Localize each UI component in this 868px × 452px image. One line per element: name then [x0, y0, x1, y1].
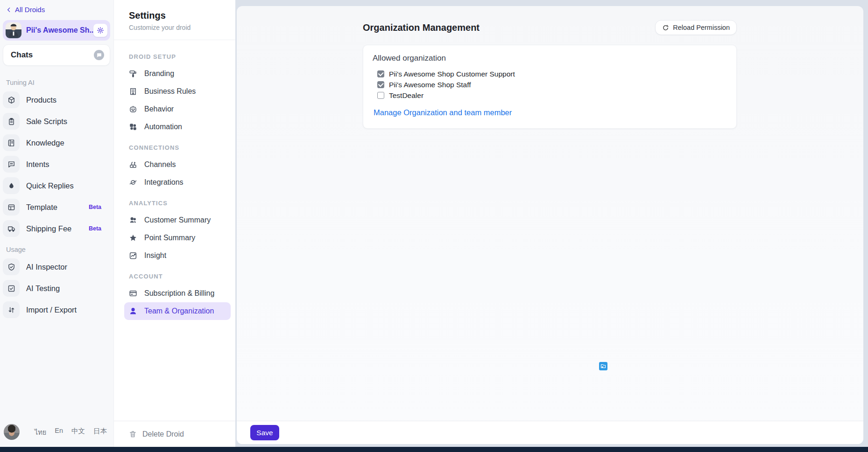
- settings-item-label: Customer Summary: [144, 216, 211, 224]
- sidebar-item-ai-testing[interactable]: AI Testing: [0, 278, 113, 299]
- chevron-left-icon: [6, 7, 12, 13]
- drop-icon: [3, 177, 20, 194]
- language-switcher: ไทยEn中文日本: [20, 427, 107, 438]
- sidebar-item-label: Intents: [26, 160, 108, 169]
- app-window: All Droids Pii's Awesome Sh... Chats Tun…: [0, 0, 868, 447]
- settings-item-channels[interactable]: Channels: [124, 156, 231, 174]
- main-body: Organization Management Reload Permissio…: [237, 6, 863, 421]
- book-icon: [3, 134, 20, 151]
- settings-item-label: Integrations: [144, 178, 183, 187]
- sidebar-item-import-export[interactable]: Import / Export: [0, 299, 113, 320]
- save-button[interactable]: Save: [250, 425, 279, 440]
- settings-subtitle: Customize your droid: [129, 24, 226, 31]
- sidebar-item-label: Knowledge: [26, 139, 108, 147]
- settings-item-label: Team & Organization: [144, 307, 214, 315]
- settings-item-business-rules[interactable]: Business Rules: [124, 83, 231, 100]
- checkbox-checked[interactable]: [377, 70, 384, 77]
- settings-item-team-organization[interactable]: Team & Organization: [124, 302, 231, 320]
- sidebar-item-intents[interactable]: Intents: [0, 153, 113, 175]
- page-title: Organization Management: [363, 22, 480, 33]
- sidebar-item-ai-inspector[interactable]: AI Inspector: [0, 256, 113, 278]
- settings-title: Settings: [129, 10, 226, 21]
- sidebar-item-sale-scripts[interactable]: Sale Scripts: [0, 111, 113, 132]
- shield-check-icon: [3, 258, 20, 275]
- clipboard-icon: [3, 113, 20, 130]
- manage-organization-link[interactable]: Manage Organization and team member: [374, 108, 512, 117]
- droid-name: Pii's Awesome Sh...: [26, 26, 93, 35]
- sidebar-item-template[interactable]: TemplateBeta: [0, 196, 113, 218]
- all-droids-label: All Droids: [15, 6, 45, 14]
- settings-item-label: Channels: [144, 160, 176, 169]
- all-droids-back-link[interactable]: All Droids: [6, 6, 109, 14]
- language-option[interactable]: En: [55, 427, 63, 438]
- sidebar-item-label: Template: [26, 203, 89, 212]
- settings-item-branding[interactable]: Branding: [124, 65, 231, 83]
- sidebar-item-quick-replies[interactable]: Quick Replies: [0, 175, 113, 196]
- organization-checkbox-label: TestDealer: [389, 91, 423, 100]
- sidebar-footer: ไทยEn中文日本: [0, 421, 113, 447]
- settings-item-automation[interactable]: Automation: [124, 118, 231, 136]
- swap-arrows-icon: [3, 301, 20, 318]
- robot-face-icon: [129, 105, 137, 113]
- sidebar-section-label: Usage: [6, 246, 113, 253]
- main-panel: Organization Management Reload Permissio…: [237, 6, 863, 444]
- settings-panel: Settings Customize your droid DROID SETU…: [113, 0, 235, 447]
- settings-group-label: ANALYTICS: [129, 200, 231, 207]
- settings-item-insight[interactable]: Insight: [124, 247, 231, 264]
- planet-icon: [129, 178, 137, 187]
- settings-item-integrations[interactable]: Integrations: [124, 174, 231, 191]
- settings-item-behavior[interactable]: Behavior: [124, 100, 231, 118]
- checkbox-checked[interactable]: [377, 81, 384, 88]
- language-option[interactable]: 中文: [71, 427, 85, 438]
- settings-header: Settings Customize your droid: [114, 0, 235, 38]
- language-option[interactable]: 日本: [93, 427, 107, 438]
- organization-checkbox-row[interactable]: TestDealer: [377, 91, 727, 100]
- divider: [114, 40, 235, 40]
- user-avatar[interactable]: [4, 424, 20, 440]
- paint-roller-icon: [129, 70, 137, 78]
- settings-item-label: Branding: [144, 70, 174, 78]
- settings-item-subscription-billing[interactable]: Subscription & Billing: [124, 285, 231, 302]
- chat-dot-icon: [3, 156, 20, 173]
- antenna-icon: [129, 160, 137, 169]
- cube-icon: [3, 91, 20, 108]
- sidebar-section-label: Tuning AI: [6, 79, 113, 86]
- sidebar-item-shipping-fee[interactable]: Shipping FeeBeta: [0, 218, 113, 239]
- template-icon: [3, 199, 20, 216]
- credit-card-icon: [129, 289, 137, 298]
- sidebar-item-label: Sale Scripts: [26, 117, 108, 126]
- sidebar-item-products[interactable]: Products: [0, 89, 113, 111]
- settings-item-label: Insight: [144, 251, 166, 260]
- trash-icon: [129, 430, 137, 438]
- sidebar-item-label: Shipping Fee: [26, 224, 89, 233]
- left-sidebar: All Droids Pii's Awesome Sh... Chats Tun…: [0, 0, 113, 447]
- organization-checkbox-list: Pii's Awesome Shop Customer SupportPii's…: [377, 70, 727, 100]
- settings-item-label: Subscription & Billing: [144, 289, 214, 298]
- organization-checkbox-label: Pii's Awesome Shop Customer Support: [389, 70, 515, 78]
- delete-droid-button[interactable]: Delete Droid: [114, 421, 235, 447]
- sidebar-nav: Tuning AIProductsSale ScriptsKnowledgeIn…: [0, 66, 113, 421]
- sidebar-item-knowledge[interactable]: Knowledge: [0, 132, 113, 153]
- current-droid-item[interactable]: Pii's Awesome Sh...: [3, 20, 110, 41]
- droid-settings-button[interactable]: [93, 24, 107, 37]
- settings-item-point-summary[interactable]: Point Summary: [124, 229, 231, 247]
- broken-image-icon[interactable]: [599, 362, 607, 370]
- settings-item-customer-summary[interactable]: Customer Summary: [124, 211, 231, 229]
- allowed-organization-card: Allowed organization Pii's Awesome Shop …: [363, 45, 737, 129]
- settings-item-label: Behavior: [144, 105, 174, 113]
- truck-icon: [3, 220, 20, 237]
- settings-group-label: CONNECTIONS: [129, 144, 231, 151]
- checkbox-unchecked[interactable]: [377, 92, 384, 99]
- organization-checkbox-row[interactable]: Pii's Awesome Shop Staff: [377, 80, 727, 89]
- droid-avatar: [6, 22, 21, 38]
- grid-icon: [129, 123, 137, 131]
- language-option[interactable]: ไทย: [35, 427, 46, 438]
- settings-nav: DROID SETUPBrandingBusiness RulesBehavio…: [114, 43, 235, 421]
- reload-permission-button[interactable]: Reload Permission: [655, 20, 737, 35]
- beta-badge: Beta: [89, 204, 101, 210]
- chart-icon: [129, 251, 137, 260]
- star-icon: [129, 234, 137, 242]
- beta-badge: Beta: [89, 225, 101, 232]
- chats-section[interactable]: Chats: [3, 44, 110, 66]
- organization-checkbox-row[interactable]: Pii's Awesome Shop Customer Support: [377, 70, 727, 78]
